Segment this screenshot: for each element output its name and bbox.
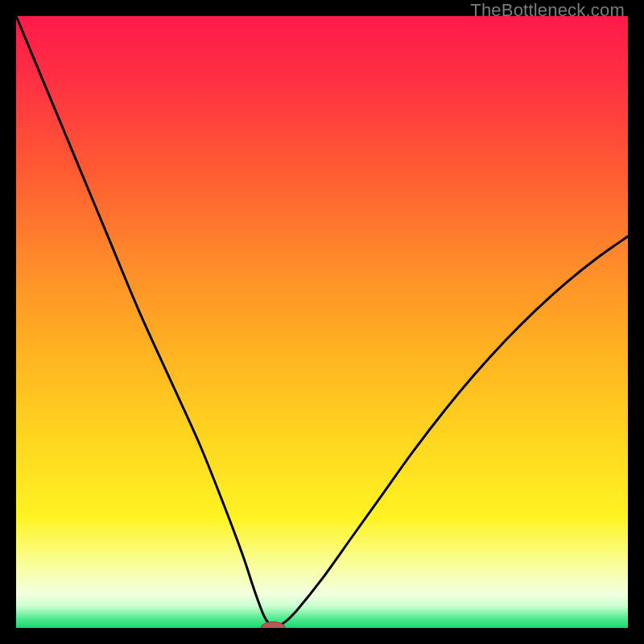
gradient-background	[16, 16, 628, 628]
watermark-text: TheBottleneck.com	[470, 0, 625, 21]
bottleneck-plot	[16, 16, 628, 628]
chart-frame	[16, 16, 628, 628]
